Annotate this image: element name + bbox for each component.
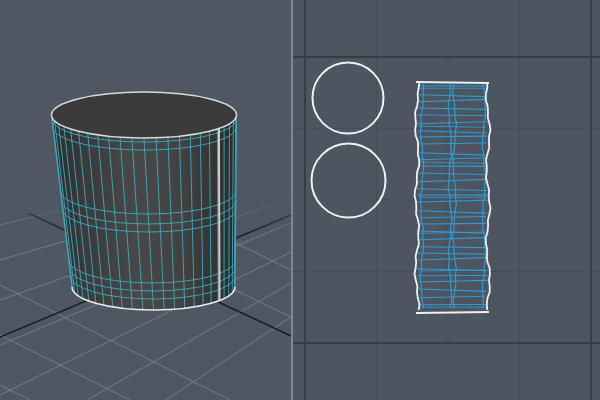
screen [0, 0, 600, 400]
perspective-canvas[interactable] [0, 0, 291, 400]
uv-canvas[interactable] [293, 0, 600, 400]
uv-editor-viewport[interactable] [293, 0, 600, 400]
cylinder-mesh[interactable] [52, 92, 237, 310]
perspective-viewport[interactable] [0, 0, 291, 400]
